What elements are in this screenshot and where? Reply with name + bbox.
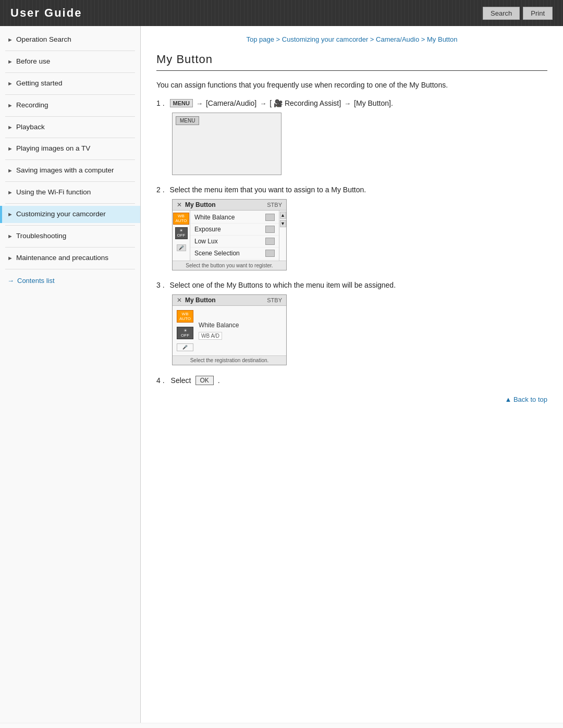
footer: Copyright 2013 Sony Corporation xyxy=(0,723,563,728)
row-icon xyxy=(265,214,275,221)
screen-menu-button: MENU xyxy=(176,116,199,125)
mybtn-icons: WBAUTO ☀OFF 🎤 xyxy=(173,211,190,261)
step1-num: 1 . xyxy=(156,99,165,107)
sidebar-item-before-use[interactable]: ► Before use xyxy=(0,53,140,70)
chevron-right-icon: ► xyxy=(7,211,13,218)
chevron-right-icon: ► xyxy=(7,167,13,175)
sidebar-item-getting-started[interactable]: ► Getting started xyxy=(0,75,140,92)
layout: ► Operation Search ► Before use ► Gettin… xyxy=(0,26,563,723)
menu-button-image: MENU xyxy=(170,99,193,107)
sidebar-item-operation-search[interactable]: ► Operation Search xyxy=(0,31,140,48)
search-button[interactable]: Search xyxy=(483,7,520,20)
sidebar-item-playback[interactable]: ► Playback xyxy=(0,119,140,136)
sidebar-label: Recording xyxy=(16,101,133,110)
scroll-up-button[interactable]: ▲ xyxy=(280,212,286,219)
sidebar-divider xyxy=(5,159,135,160)
step2-line: 2 . Select the menu item that you want t… xyxy=(156,186,547,194)
mybtn-footer: Select the button you want to register. xyxy=(173,261,286,270)
row-icon xyxy=(265,238,275,245)
app-title: User Guide xyxy=(10,6,82,20)
sidebar-label: Playing images on a TV xyxy=(16,144,133,154)
mybtn-assign-header: ✕ My Button STBY xyxy=(173,295,286,306)
mybtn-stby: STBY xyxy=(267,202,282,208)
assign-middle: White Balance WB A/D xyxy=(199,322,282,340)
sidebar-item-wifi[interactable]: ► Using the Wi-Fi function xyxy=(0,184,140,201)
mybtn-assign-header-left: ✕ My Button xyxy=(177,297,216,304)
arrow-right-icon: → xyxy=(7,277,14,285)
sidebar-divider xyxy=(5,181,135,182)
sidebar-label: Troubleshooting xyxy=(16,231,133,241)
sidebar-item-customizing[interactable]: ► Customizing your camcorder xyxy=(0,206,140,223)
sidebar-divider xyxy=(5,138,135,138)
step3-text: Select one of the My Buttons to which th… xyxy=(170,281,396,289)
contents-link-label: Contents list xyxy=(17,277,55,285)
step4-text: Select xyxy=(171,376,191,385)
chevron-right-icon: ► xyxy=(7,58,13,66)
mybtn-row-low-lux[interactable]: Low Lux xyxy=(190,236,279,248)
step-1: 1 . MENU → [Camera/Audio] → [ 🎥 Recordin… xyxy=(156,99,547,175)
arrow-icon-2: → xyxy=(260,100,266,107)
sidebar-label: Using the Wi-Fi function xyxy=(16,188,133,198)
close-icon[interactable]: ✕ xyxy=(177,201,182,208)
chevron-right-icon: ► xyxy=(7,254,13,262)
sidebar-divider xyxy=(5,269,135,269)
mybtn-list: White Balance Exposure Low Lux Scen xyxy=(190,211,279,261)
ok-button-image: OK xyxy=(195,376,214,385)
row-label: Exposure xyxy=(194,226,221,233)
step-4: 4 . Select OK . xyxy=(156,376,547,385)
mybtn-assign-title: My Button xyxy=(185,297,216,304)
mybtn-row-white-balance[interactable]: White Balance xyxy=(190,212,279,224)
mybtn-row-scene-selection[interactable]: Scene Selection xyxy=(190,248,279,260)
mic-icon: 🎤 xyxy=(177,244,186,252)
breadcrumb-my-button[interactable]: My Button xyxy=(427,35,458,43)
breadcrumb: Top page > Customizing your camcorder > … xyxy=(156,35,547,43)
row-icon xyxy=(265,250,275,257)
assign-icons: WBAUTO ☀OFF 🎤 xyxy=(177,310,193,351)
intro-text: You can assign functions that you freque… xyxy=(156,79,547,91)
contents-list-link[interactable]: → Contents list xyxy=(0,272,140,290)
sidebar-item-saving-images[interactable]: ► Saving images with a computer xyxy=(0,162,140,179)
assign-wb-label: WB A/D xyxy=(199,332,222,340)
close-icon-assign[interactable]: ✕ xyxy=(177,297,182,304)
arrow-icon: → xyxy=(196,100,203,107)
sidebar-item-maintenance[interactable]: ► Maintenance and precautions xyxy=(0,250,140,267)
sidebar-item-playing-images[interactable]: ► Playing images on a TV xyxy=(0,140,140,157)
back-to-top-link[interactable]: ▲ Back to top xyxy=(156,396,547,403)
arrow-icon-3: → xyxy=(344,100,351,107)
mybtn-assign-footer: Select the registration destination. xyxy=(173,355,286,365)
header: User Guide Search Print xyxy=(0,0,563,26)
chevron-right-icon: ► xyxy=(7,232,13,240)
mybtn-title: My Button xyxy=(185,201,216,208)
row-icon xyxy=(265,226,275,233)
step4-line: 4 . Select OK . xyxy=(156,376,547,385)
sidebar-item-recording[interactable]: ► Recording xyxy=(0,97,140,114)
header-buttons: Search Print xyxy=(483,7,553,20)
mybtn-menu-mockup: ✕ My Button STBY WBAUTO ☀OFF 🎤 xyxy=(172,199,287,270)
assign-icon-3: 🎤 xyxy=(177,343,193,351)
step3-line: 3 . Select one of the My Buttons to whic… xyxy=(156,281,547,289)
breadcrumb-top[interactable]: Top page xyxy=(246,35,274,43)
step2-text: Select the menu item that you want to as… xyxy=(170,186,366,194)
sidebar-divider xyxy=(5,51,135,51)
mybtn-body: WBAUTO ☀OFF 🎤 White Balance xyxy=(173,211,286,261)
mybtn-header-left: ✕ My Button xyxy=(177,201,216,208)
step1-text1: [Camera/Audio] xyxy=(206,99,256,107)
sidebar-label: Operation Search xyxy=(16,35,133,45)
sidebar-label: Maintenance and precautions xyxy=(16,253,133,263)
assign-icon-2: ☀OFF xyxy=(177,327,193,339)
breadcrumb-camera-audio[interactable]: Camera/Audio xyxy=(376,35,419,43)
mybtn-row-exposure[interactable]: Exposure xyxy=(190,224,279,236)
chevron-right-icon: ► xyxy=(7,145,13,153)
print-button[interactable]: Print xyxy=(523,7,553,20)
exposure-icon: ☀OFF xyxy=(175,227,188,239)
sidebar: ► Operation Search ► Before use ► Gettin… xyxy=(0,26,141,723)
breadcrumb-customizing[interactable]: Customizing your camcorder xyxy=(282,35,368,43)
chevron-right-icon: ► xyxy=(7,189,13,196)
scroll-down-button[interactable]: ▼ xyxy=(280,220,286,227)
sidebar-item-troubleshooting[interactable]: ► Troubleshooting xyxy=(0,228,140,245)
step4-period: . xyxy=(218,376,220,385)
row-label: Scene Selection xyxy=(194,250,240,257)
mybtn-assign-stby: STBY xyxy=(267,297,282,303)
assign-center-label: White Balance xyxy=(199,322,239,329)
step4-num: 4 . xyxy=(156,376,165,385)
